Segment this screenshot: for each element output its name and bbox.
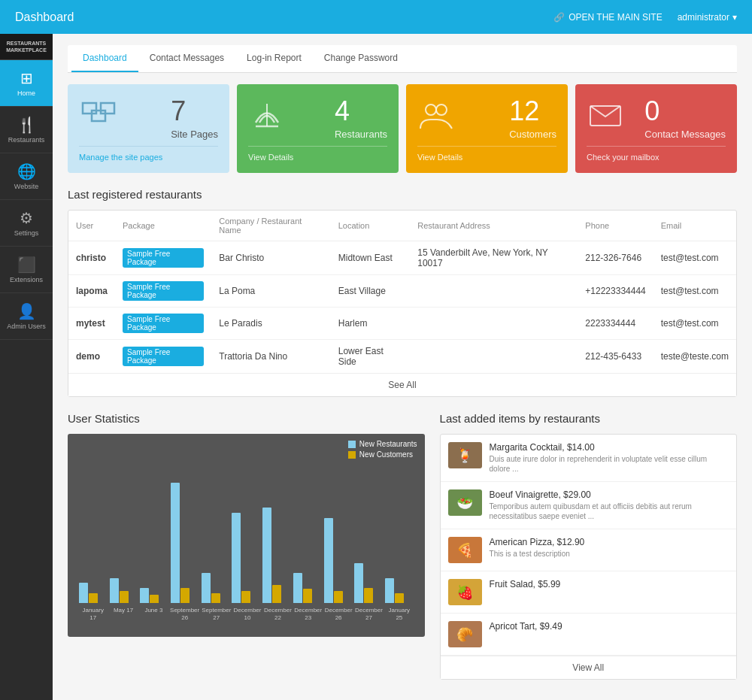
item-thumbnail: 🍹 [448,442,482,468]
sidebar-item-admin-users[interactable]: 👤 Admin Users [0,293,53,340]
contact-messages-link[interactable]: Check your mailbox [587,146,726,162]
tab-change-password[interactable]: Change Password [313,45,409,72]
admin-user-menu[interactable]: administrator ▾ [678,12,737,23]
chart-label: September 26 [170,607,199,621]
legend-new-restaurants: New Restaurants [348,440,417,448]
restaurants-stat-icon [248,100,286,136]
cell-package: Sample Free Package [115,308,211,340]
new-customers-dot [348,451,356,459]
site-pages-link[interactable]: Manage the site pages [79,146,218,162]
cell-location: Lower East Side [331,340,410,374]
table-section: Last registered restaurants User Package… [68,188,737,397]
item-info: American Pizza, $12.90 This is a test de… [490,537,729,563]
stat-card-restaurants: 4 Restaurants View Details [237,84,399,173]
table-row: lapoma Sample Free Package La Poma East … [68,275,736,308]
chart-label: December 26 [324,607,352,621]
bar-group [110,578,138,603]
item-name: Apricot Tart, $9.49 [490,621,729,632]
tab-dashboard[interactable]: Dashboard [71,45,138,72]
customers-number: 12 [509,95,556,127]
open-main-site-link[interactable]: 🔗 OPEN THE MAIN SITE [553,12,662,23]
bar-blue [140,588,149,603]
sidebar: RESTAURANTS MARKETPLACE ⊞ Home 🍴 Restaur… [0,34,53,700]
chevron-down-icon: ▾ [732,12,737,23]
bar-yellow [395,593,404,603]
bar-blue [79,583,88,603]
extensions-icon: ⬛ [17,256,36,274]
chart-label: January 17 [79,607,107,621]
bar-blue [354,563,363,603]
customers-label: Customers [509,129,556,140]
tab-log-in-report[interactable]: Log-in Report [235,45,313,72]
restaurants-icon: 🍴 [17,116,36,134]
chart-legend: New Restaurants New Customers [348,440,417,459]
chart-label: September 27 [202,607,231,621]
cell-email: teste@teste.com [653,340,736,374]
bar-group [324,518,353,603]
bar-blue [110,578,119,603]
main-content: Dashboard Contact Messages Log-in Report… [53,34,752,700]
col-header-address: Restaurant Address [410,211,578,241]
item-thumbnail: 🥗 [448,489,482,516]
sidebar-item-website[interactable]: 🌐 Website [0,153,53,200]
cell-package: Sample Free Package [115,275,211,308]
chart-label: May 17 [109,607,137,621]
item-info: Margarita Cocktail, $14.00 Duis aute iru… [490,442,729,474]
home-icon: ⊞ [20,69,33,87]
contact-messages-number: 0 [644,95,726,127]
cell-phone: 212-435-6433 [578,340,653,374]
tabs: Dashboard Contact Messages Log-in Report… [68,45,737,73]
bar-blue [262,508,271,603]
last-added-container: 🍹 Margarita Cocktail, $14.00 Duis aute i… [440,434,737,680]
restaurants-number: 4 [335,95,387,127]
item-name: Margarita Cocktail, $14.00 [490,442,729,453]
col-header-phone: Phone [578,211,653,241]
table-container: User Package Company / Restaurant Name L… [68,210,737,397]
sidebar-item-label: Restaurants [8,136,45,144]
last-added-title: Last added items by restaurants [440,412,737,425]
cell-phone: +12223334444 [578,275,653,308]
sidebar-item-home[interactable]: ⊞ Home [0,60,53,107]
customers-stat-icon [417,100,455,136]
sidebar-item-extensions[interactable]: ⬛ Extensions [0,247,53,293]
sidebar-item-label: Extensions [10,276,43,283]
settings-icon: ⚙ [20,209,33,227]
customers-link[interactable]: View Details [417,146,556,162]
restaurants-link[interactable]: View Details [248,146,387,162]
restaurants-label: Restaurants [335,129,387,140]
bar-group [202,573,230,603]
site-pages-label: Site Pages [171,129,218,140]
bar-group [79,583,108,603]
cell-address: 15 Vanderbilt Ave, New York, NY 10017 [410,241,578,275]
chart-container: New Restaurants New Customers [68,434,425,637]
bar-group [171,483,199,603]
table-row: christo Sample Free Package Bar Christo … [68,241,736,275]
user-statistics-title: User Statistics [68,412,425,425]
bar-yellow [334,591,343,603]
bar-yellow [272,585,281,603]
chart-label: December 10 [233,607,261,621]
list-item: 🍹 Margarita Cocktail, $14.00 Duis aute i… [441,435,736,482]
stat-card-customers: 12 Customers View Details [406,84,568,173]
bar-yellow [241,591,250,603]
cell-phone: 2223334444 [578,308,653,340]
contact-messages-label: Contact Messages [644,129,726,140]
sidebar-item-restaurants[interactable]: 🍴 Restaurants [0,107,53,153]
cell-user: christo [68,241,115,275]
contact-messages-stat-icon [587,100,624,136]
view-all-button[interactable]: View All [441,656,736,679]
stat-cards: 7 Site Pages Manage the site pages 4 Res… [68,84,737,173]
see-all-button[interactable]: See All [68,373,736,396]
cell-company: Le Paradis [211,308,330,340]
item-thumbnail: 🥐 [448,621,482,647]
new-restaurants-dot [348,441,356,448]
chart-bars [75,453,417,603]
cell-company: La Poma [211,275,330,308]
bar-group [293,573,322,603]
stat-card-contact-messages: 0 Contact Messages Check your mailbox [575,84,737,173]
sidebar-item-settings[interactable]: ⚙ Settings [0,200,53,247]
bar-blue [293,573,302,603]
item-description: This is a test description [490,549,729,559]
tab-contact-messages[interactable]: Contact Messages [138,45,235,72]
item-thumbnail: 🍕 [448,537,482,563]
